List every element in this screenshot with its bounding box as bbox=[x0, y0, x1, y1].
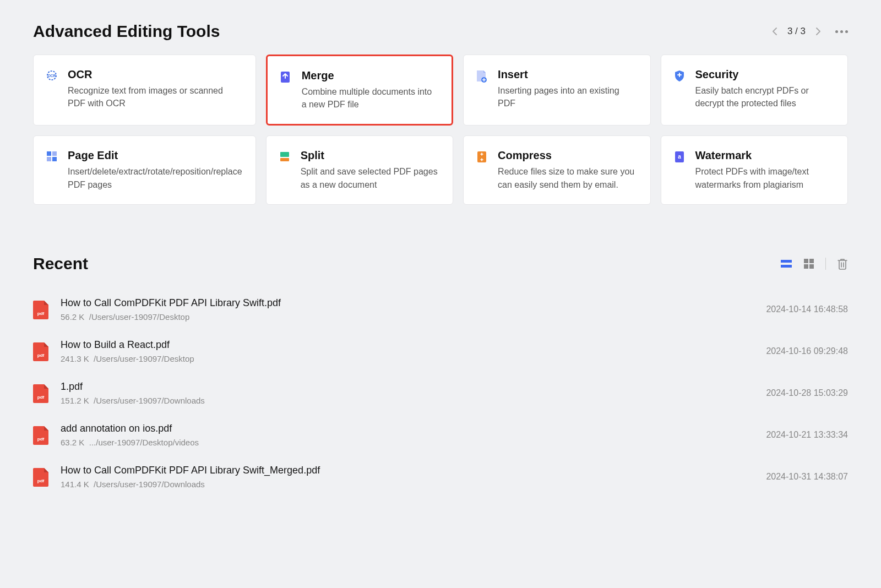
file-name: How to Call ComPDFKit PDF API Library Sw… bbox=[61, 465, 766, 476]
tools-grid: OCR OCR Recognize text from images or sc… bbox=[33, 55, 848, 205]
file-date: 2024-10-14 16:48:58 bbox=[766, 304, 848, 314]
file-name: add annotation on ios.pdf bbox=[61, 423, 766, 434]
file-date: 2024-10-31 14:38:07 bbox=[766, 472, 848, 482]
tool-card-security[interactable]: Security Easily batch encrypt PDFs or de… bbox=[661, 55, 848, 126]
svg-text:pdf: pdf bbox=[37, 395, 45, 400]
divider bbox=[825, 258, 826, 270]
tool-title: Merge bbox=[302, 69, 438, 82]
insert-icon bbox=[476, 69, 488, 83]
pdf-file-icon: pdf bbox=[33, 383, 50, 403]
tool-desc: Recognize text from images or scanned PD… bbox=[68, 84, 242, 110]
tool-card-compress[interactable]: Compress Reduce files size to make sure … bbox=[463, 135, 650, 204]
svg-rect-9 bbox=[280, 158, 289, 161]
recent-list: pdf How to Call ComPDFKit PDF API Librar… bbox=[33, 288, 848, 498]
recent-header: Recent bbox=[33, 254, 848, 273]
recent-file-item[interactable]: pdf How to Build a React.pdf 241.3 K /Us… bbox=[33, 330, 848, 372]
file-date: 2024-10-21 13:33:34 bbox=[766, 430, 848, 440]
pdf-file-icon: pdf bbox=[33, 425, 50, 445]
split-icon bbox=[279, 150, 291, 164]
page-edit-icon bbox=[46, 150, 58, 164]
svg-rect-17 bbox=[804, 264, 808, 269]
svg-rect-6 bbox=[47, 157, 51, 161]
svg-text:OCR: OCR bbox=[48, 74, 56, 78]
pdf-file-icon: pdf bbox=[33, 300, 50, 319]
delete-button[interactable] bbox=[837, 258, 848, 270]
prev-page-button[interactable] bbox=[772, 27, 777, 36]
pdf-file-icon: pdf bbox=[33, 341, 50, 361]
file-name: How to Call ComPDFKit PDF API Library Sw… bbox=[61, 297, 766, 309]
tool-card-merge[interactable]: Merge Combine multiple documents into a … bbox=[266, 55, 453, 126]
file-meta: 151.2 K /Users/user-19097/Downloads bbox=[61, 396, 766, 405]
tool-title: Compress bbox=[498, 149, 637, 162]
svg-text:a: a bbox=[678, 154, 681, 160]
merge-icon bbox=[280, 70, 292, 84]
tools-section-title: Advanced Editing Tools bbox=[33, 22, 220, 41]
security-icon bbox=[673, 69, 686, 83]
tool-title: Insert bbox=[498, 68, 637, 81]
tool-title: Security bbox=[695, 68, 834, 81]
tool-card-ocr[interactable]: OCR OCR Recognize text from images or sc… bbox=[33, 55, 256, 126]
tool-title: Split bbox=[301, 149, 439, 162]
tool-desc: Combine multiple documents into a new PD… bbox=[302, 85, 438, 111]
svg-rect-13 bbox=[781, 260, 792, 263]
tool-desc: Protect PDFs with image/text watermarks … bbox=[695, 165, 834, 190]
tool-desc: Insert/delete/extract/rotate/reposition/… bbox=[68, 165, 242, 190]
tool-desc: Split and save selected PDF pages as a n… bbox=[301, 165, 439, 190]
recent-file-item[interactable]: pdf How to Call ComPDFKit PDF API Librar… bbox=[33, 456, 848, 498]
svg-rect-4 bbox=[47, 151, 51, 156]
pagination-controls: 3 / 3 bbox=[772, 26, 848, 37]
tool-card-watermark[interactable]: a Watermark Protect PDFs with image/text… bbox=[661, 135, 848, 204]
svg-rect-18 bbox=[809, 264, 814, 269]
view-controls bbox=[780, 258, 848, 270]
file-meta: 56.2 K /Users/user-19097/Desktop bbox=[61, 312, 766, 322]
svg-rect-16 bbox=[809, 259, 814, 263]
tool-card-split[interactable]: Split Split and save selected PDF pages … bbox=[266, 135, 453, 204]
svg-rect-5 bbox=[52, 151, 57, 156]
file-name: 1.pdf bbox=[61, 381, 766, 393]
list-view-button[interactable] bbox=[780, 259, 792, 269]
file-date: 2024-10-28 15:03:29 bbox=[766, 388, 848, 398]
tool-card-page-edit[interactable]: Page Edit Insert/delete/extract/rotate/r… bbox=[33, 135, 256, 204]
svg-text:pdf: pdf bbox=[37, 437, 45, 442]
tools-header: Advanced Editing Tools 3 / 3 bbox=[33, 22, 848, 41]
tool-desc: Easily batch encrypt PDFs or decrypt the… bbox=[695, 84, 834, 110]
svg-text:pdf: pdf bbox=[37, 353, 45, 358]
svg-rect-14 bbox=[781, 265, 792, 268]
page-indicator: 3 / 3 bbox=[787, 26, 806, 37]
svg-rect-7 bbox=[52, 157, 57, 161]
tool-title: Page Edit bbox=[68, 149, 242, 162]
tool-card-insert[interactable]: Insert Inserting pages into an existing … bbox=[463, 55, 650, 126]
ocr-icon: OCR bbox=[46, 69, 58, 83]
file-meta: 141.4 K /Users/user-19097/Downloads bbox=[61, 480, 766, 489]
file-date: 2024-10-16 09:29:48 bbox=[766, 346, 848, 356]
tool-title: Watermark bbox=[695, 149, 834, 162]
tool-title: OCR bbox=[68, 68, 242, 81]
svg-text:pdf: pdf bbox=[37, 311, 45, 316]
recent-file-item[interactable]: pdf add annotation on ios.pdf 63.2 K ...… bbox=[33, 414, 848, 456]
recent-file-item[interactable]: pdf How to Call ComPDFKit PDF API Librar… bbox=[33, 288, 848, 330]
grid-view-button[interactable] bbox=[803, 258, 814, 269]
recent-section-title: Recent bbox=[33, 254, 88, 273]
watermark-icon: a bbox=[673, 150, 686, 164]
next-page-button[interactable] bbox=[815, 27, 821, 36]
svg-rect-15 bbox=[804, 259, 808, 263]
tool-desc: Reduce files size to make sure you can e… bbox=[498, 165, 637, 190]
more-options-button[interactable] bbox=[835, 30, 848, 33]
svg-rect-8 bbox=[280, 152, 289, 157]
recent-file-item[interactable]: pdf 1.pdf 151.2 K /Users/user-19097/Down… bbox=[33, 372, 848, 414]
svg-text:pdf: pdf bbox=[37, 478, 45, 483]
compress-icon bbox=[476, 150, 488, 164]
pdf-file-icon: pdf bbox=[33, 467, 50, 487]
file-meta: 241.3 K /Users/user-19097/Desktop bbox=[61, 354, 766, 363]
file-name: How to Build a React.pdf bbox=[61, 339, 766, 351]
file-meta: 63.2 K .../user-19097/Desktop/videos bbox=[61, 438, 766, 447]
tool-desc: Inserting pages into an existing PDF bbox=[498, 84, 637, 110]
